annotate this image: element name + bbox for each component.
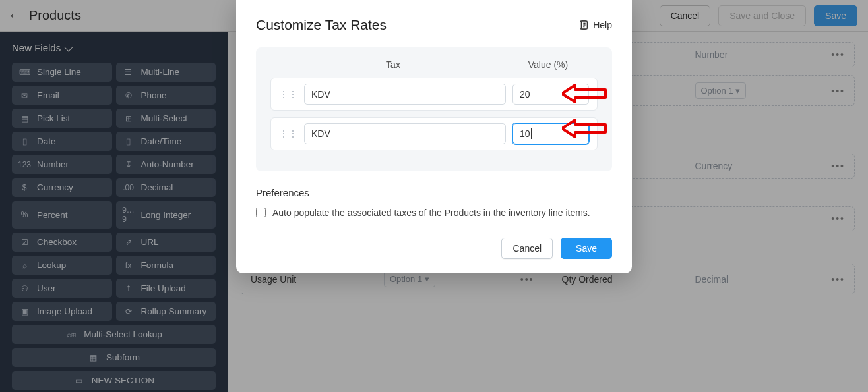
help-icon (578, 20, 589, 30)
tax-name-input[interactable] (304, 84, 506, 105)
tax-name-input[interactable] (304, 123, 506, 144)
tax-row: ⋮⋮ (270, 78, 598, 111)
customize-tax-rates-modal: Customize Tax Rates Help Tax Value (%) ⋮… (236, 0, 632, 273)
auto-populate-label: Auto populate the associated taxes of th… (272, 206, 590, 219)
drag-handle-icon[interactable]: ⋮⋮ (279, 89, 297, 99)
modal-cancel-button[interactable]: Cancel (501, 238, 553, 259)
tax-row: ⋮⋮ 10 (270, 117, 598, 150)
tax-value-input[interactable]: 10 (512, 123, 589, 144)
tax-value-input[interactable] (512, 84, 589, 105)
help-label: Help (593, 20, 612, 30)
modal-title: Customize Tax Rates (256, 17, 387, 33)
auto-populate-checkbox[interactable] (256, 208, 266, 217)
preferences-heading: Preferences (256, 187, 612, 198)
tax-table: Tax Value (%) ⋮⋮ ⋮⋮ 10 (256, 47, 612, 171)
help-link[interactable]: Help (578, 20, 612, 30)
col-value-header: Value (%) (499, 59, 598, 70)
col-tax-header: Tax (288, 59, 499, 70)
drag-handle-icon[interactable]: ⋮⋮ (279, 128, 297, 139)
modal-save-button[interactable]: Save (561, 238, 612, 259)
